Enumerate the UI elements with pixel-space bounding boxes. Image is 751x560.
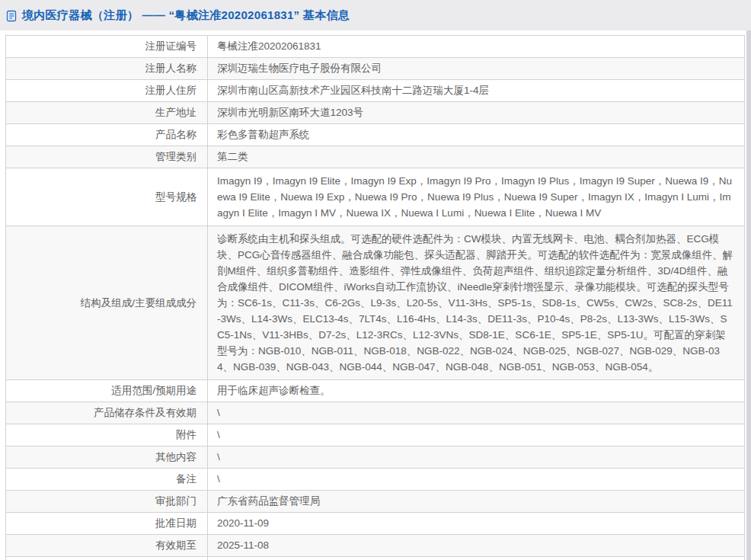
document-icon: [6, 10, 18, 22]
table-row: 有效期至 2025-11-08: [6, 535, 745, 557]
scrollbar-thumb[interactable]: [746, 30, 751, 560]
row-value: [208, 557, 745, 560]
row-label: 注册人住所: [6, 80, 208, 102]
row-value: 深圳迈瑞生物医疗电子股份有限公司: [208, 58, 745, 80]
table-row: 批准日期 2020-11-09: [6, 513, 745, 535]
row-label: 注册人名称: [6, 58, 208, 80]
page-header: 境内医疗器械（注册） —— “粤械注准20202061831” 基本信息: [0, 0, 751, 30]
table-row: 产品名称 彩色多普勒超声系统: [6, 124, 745, 146]
scrollbar[interactable]: [746, 30, 751, 560]
row-label: 生产地址: [6, 102, 208, 124]
row-label: 备注: [6, 469, 208, 491]
row-value: \: [208, 446, 745, 469]
info-table: 注册证编号 粤械注准20202061831 注册人名称 深圳迈瑞生物医疗电子股份…: [5, 35, 745, 560]
row-value: 第二类: [208, 146, 745, 168]
row-value: 广东省药品监督管理局: [208, 491, 745, 513]
row-label: 变更情况: [6, 557, 208, 560]
table-row: 结构及组成/主要组成成分 诊断系统由主机和探头组成。可选配的硬件选配件为：CW模…: [6, 226, 745, 380]
table-row: 附件 \: [6, 424, 745, 446]
table-row: 其他内容 \: [6, 446, 745, 469]
row-value: \: [208, 402, 745, 424]
row-label: 适用范围/预期用途: [6, 380, 208, 402]
table-row: 注册证编号 粤械注准20202061831: [6, 36, 745, 58]
row-value: 粤械注准20202061831: [208, 36, 745, 58]
row-label: 型号规格: [6, 168, 208, 226]
row-value: \: [208, 469, 745, 491]
table-row: 注册人住所 深圳市南山区高新技术产业园区科技南十二路迈瑞大厦1-4层: [6, 80, 745, 102]
row-label: 产品名称: [6, 124, 208, 146]
table-row: 产品储存条件及有效期 \: [6, 402, 745, 424]
table-row: 型号规格 Imagyn I9，Imagyn I9 Elite，Imagyn I9…: [6, 168, 745, 226]
row-value: 2020-11-09: [208, 513, 745, 535]
row-value: Imagyn I9，Imagyn I9 Elite，Imagyn I9 Exp，…: [208, 168, 745, 226]
row-value: 用于临床超声诊断检查。: [208, 380, 745, 402]
row-value: 深圳市南山区高新技术产业园区科技南十二路迈瑞大厦1-4层: [208, 80, 745, 102]
table-row: 变更情况: [6, 557, 745, 560]
row-value: 诊断系统由主机和探头组成。可选配的硬件选配件为：CW模块、内置无线网卡、电池、耦…: [208, 226, 745, 380]
row-value: 2025-11-08: [208, 535, 745, 557]
table-row: 适用范围/预期用途 用于临床超声诊断检查。: [6, 380, 745, 402]
row-label: 其他内容: [6, 446, 208, 469]
table-row: 备注 \: [6, 469, 745, 491]
row-label: 管理类别: [6, 146, 208, 168]
page-title-text: 境内医疗器械（注册） —— “粤械注准20202061831” 基本信息: [22, 8, 350, 23]
table-row: 注册人名称 深圳迈瑞生物医疗电子股份有限公司: [6, 58, 745, 80]
row-value: 深圳市光明新区南环大道1203号: [208, 102, 745, 124]
row-value: \: [208, 424, 745, 446]
row-label: 产品储存条件及有效期: [6, 402, 208, 424]
row-label: 审批部门: [6, 491, 208, 513]
page-title: 境内医疗器械（注册） —— “粤械注准20202061831” 基本信息: [6, 8, 350, 23]
table-row: 审批部门 广东省药品监督管理局: [6, 491, 745, 513]
row-label: 结构及组成/主要组成成分: [6, 226, 208, 380]
table-row: 生产地址 深圳市光明新区南环大道1203号: [6, 102, 745, 124]
row-label: 注册证编号: [6, 36, 208, 58]
table-row: 管理类别 第二类: [6, 146, 745, 168]
row-label: 附件: [6, 424, 208, 446]
row-label: 有效期至: [6, 535, 208, 557]
row-value: 彩色多普勒超声系统: [208, 124, 745, 146]
row-label: 批准日期: [6, 513, 208, 535]
